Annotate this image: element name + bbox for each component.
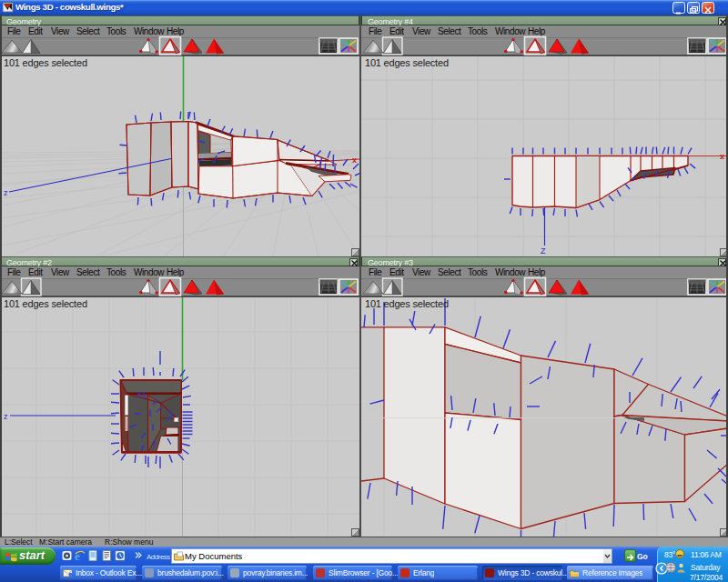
svg-text:z: z bbox=[4, 188, 8, 197]
svg-text:x: x bbox=[720, 152, 724, 161]
svg-text:z: z bbox=[4, 412, 8, 421]
svg-text:Z: Z bbox=[541, 246, 546, 256]
svg-text:x: x bbox=[352, 156, 357, 165]
